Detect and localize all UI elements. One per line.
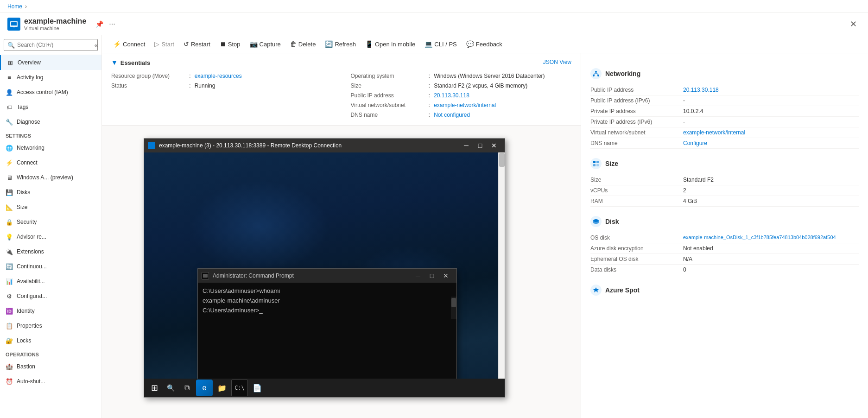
cmd-window[interactable]: Administrator: Command Prompt ─ □ ✕ C:\U… bbox=[197, 268, 457, 397]
sidebar-item-configuration[interactable]: ⚙ Configurat... bbox=[0, 289, 101, 304]
priv-ip-v6-label: Private IP address (IPv6) bbox=[590, 119, 683, 125]
ephemeral-value: N/A bbox=[683, 256, 859, 262]
cmd-minimize-button[interactable]: ─ bbox=[411, 269, 425, 283]
search-input[interactable] bbox=[4, 39, 98, 51]
sidebar-item-security[interactable]: 🔒 Security bbox=[0, 215, 101, 229]
cmd-maximize-button[interactable]: □ bbox=[425, 269, 439, 283]
cli-ps-button[interactable]: 💻 CLI / PS bbox=[421, 38, 460, 50]
sidebar-item-label: Configurat... bbox=[17, 293, 47, 299]
encryption-value: Not enabled bbox=[683, 245, 859, 252]
stop-btn-icon: ⏹ bbox=[220, 40, 226, 48]
taskbar-explorer-button[interactable]: 📁 bbox=[214, 380, 230, 396]
rdp-title: example-machine (3) - 20.113.30.118:3389… bbox=[159, 142, 456, 149]
dns-net-value[interactable]: Configure bbox=[683, 140, 859, 146]
close-button[interactable]: ✕ bbox=[846, 17, 861, 31]
rdp-scrollbar[interactable] bbox=[498, 152, 505, 379]
collapse-icon[interactable]: « bbox=[95, 42, 98, 49]
svg-line-6 bbox=[594, 73, 596, 75]
sidebar-item-activity-log[interactable]: ≡ Activity log bbox=[0, 70, 101, 85]
diagnose-icon: 🔧 bbox=[6, 118, 13, 126]
networking-section-title: Networking bbox=[605, 70, 640, 77]
delete-button[interactable]: 🗑 Delete bbox=[286, 38, 320, 50]
rdp-close-button[interactable]: ✕ bbox=[487, 139, 501, 152]
sidebar-item-identity[interactable]: 🆔 Identity bbox=[0, 304, 101, 318]
sidebar-item-availability[interactable]: 📊 Availabilit... bbox=[0, 274, 101, 289]
sidebar-item-label: Locks bbox=[17, 337, 31, 344]
sidebar-item-auto-shutdown[interactable]: ⏰ Auto-shut... bbox=[0, 374, 101, 389]
priv-ip-value: 10.0.2.4 bbox=[683, 108, 859, 114]
os-disk-value[interactable]: example-machine_OsDisk_1_c3f1b785fea7481… bbox=[683, 234, 859, 241]
sidebar-item-advisor[interactable]: 💡 Advisor re... bbox=[0, 229, 101, 244]
search-icon: 🔍 bbox=[7, 42, 15, 49]
taskbar-ie-button[interactable]: e bbox=[196, 380, 213, 396]
priv-ip-v6-value: - bbox=[683, 119, 859, 125]
rdp-window[interactable]: example-machine (3) - 20.113.30.118:3389… bbox=[144, 138, 505, 398]
json-view-button[interactable]: JSON View bbox=[543, 59, 571, 65]
rg-value[interactable]: example-resources bbox=[195, 73, 242, 79]
capture-button[interactable]: 📷 Capture bbox=[246, 38, 285, 50]
breadcrumb-home[interactable]: Home bbox=[7, 3, 22, 10]
essentials-chevron[interactable]: ▼ bbox=[111, 59, 118, 66]
windows-admin-icon: 🖥 bbox=[6, 174, 13, 181]
vm-name: example-machine bbox=[24, 17, 86, 25]
configuration-icon: ⚙ bbox=[6, 292, 13, 300]
sidebar-item-bastion[interactable]: 🏰 Bastion bbox=[0, 359, 101, 374]
cmd-scrollbar[interactable] bbox=[451, 297, 456, 319]
more-icon[interactable]: ··· bbox=[107, 18, 117, 30]
sidebar-item-windows-admin[interactable]: 🖥 Windows A... (preview) bbox=[0, 170, 101, 185]
security-icon: 🔒 bbox=[6, 218, 13, 226]
sidebar-item-extensions[interactable]: 🔌 Extensions bbox=[0, 244, 101, 259]
connect-icon: ⚡ bbox=[6, 159, 13, 166]
sidebar-item-overview[interactable]: ⊞ Overview bbox=[0, 55, 101, 70]
dns-label: DNS name bbox=[351, 112, 425, 118]
sidebar-item-access-control[interactable]: 👤 Access control (IAM) bbox=[0, 85, 101, 100]
sidebar-item-tags[interactable]: 🏷 Tags bbox=[0, 100, 101, 114]
tags-icon: 🏷 bbox=[6, 103, 13, 111]
sidebar-item-continuous[interactable]: 🔄 Continuou... bbox=[0, 259, 101, 274]
sidebar-item-size[interactable]: 📐 Size bbox=[0, 200, 101, 215]
pub-ip-v6-value: - bbox=[683, 97, 859, 104]
vm-subtitle: Virtual machine bbox=[24, 25, 86, 31]
stop-button[interactable]: ⏹ Stop bbox=[216, 38, 244, 50]
mobile-btn-icon: 📱 bbox=[365, 40, 373, 48]
cmd-close-button[interactable]: ✕ bbox=[439, 269, 453, 283]
rdp-minimize-button[interactable]: ─ bbox=[459, 139, 473, 152]
sidebar-item-disks[interactable]: 💾 Disks bbox=[0, 185, 101, 200]
sidebar-item-locks[interactable]: 🔐 Locks bbox=[0, 333, 101, 348]
vnet-net-value[interactable]: example-network/internal bbox=[683, 129, 859, 136]
svg-rect-8 bbox=[593, 161, 596, 163]
sidebar-item-label: Auto-shut... bbox=[17, 378, 45, 385]
vnet-label: Virtual network/subnet bbox=[351, 102, 425, 108]
auto-shutdown-icon: ⏰ bbox=[6, 378, 13, 385]
sidebar-item-label: Windows A... (preview) bbox=[17, 174, 73, 181]
properties-icon: 📋 bbox=[6, 322, 13, 329]
vnet-value[interactable]: example-network/internal bbox=[434, 102, 496, 108]
pub-ip-value[interactable]: 20.113.30.118 bbox=[683, 87, 859, 93]
settings-section: Settings bbox=[0, 129, 101, 140]
sidebar-item-label: Access control (IAM) bbox=[17, 89, 68, 95]
access-control-icon: 👤 bbox=[6, 89, 13, 96]
open-in-mobile-button[interactable]: 📱 Open in mobile bbox=[361, 38, 419, 50]
sidebar-item-connect[interactable]: ⚡ Connect bbox=[0, 155, 101, 170]
start-button[interactable]: ▷ Start bbox=[151, 38, 177, 50]
continuous-icon: 🔄 bbox=[6, 263, 13, 270]
public-ip-value[interactable]: 20.113.30.118 bbox=[434, 92, 469, 99]
sidebar-item-label: Properties bbox=[17, 323, 42, 329]
pin-icon[interactable]: 📌 bbox=[94, 19, 105, 30]
connect-button[interactable]: ⚡ Connect bbox=[109, 38, 149, 50]
restart-button[interactable]: ↺ Restart bbox=[180, 38, 214, 50]
size-label-ess: Size bbox=[351, 82, 425, 89]
vcpus-value: 2 bbox=[683, 187, 859, 194]
taskbar-file-manager-button[interactable]: 📄 bbox=[249, 380, 266, 396]
sidebar-item-properties[interactable]: 📋 Properties bbox=[0, 318, 101, 333]
refresh-button[interactable]: 🔄 Refresh bbox=[321, 38, 360, 50]
sidebar-item-networking[interactable]: 🌐 Networking bbox=[0, 140, 101, 155]
feedback-button[interactable]: 💬 Feedback bbox=[463, 38, 506, 50]
sidebar-item-diagnose[interactable]: 🔧 Diagnose bbox=[0, 114, 101, 129]
taskbar-terminal-button[interactable]: C:\ bbox=[231, 380, 248, 396]
svg-point-3 bbox=[595, 71, 597, 73]
start-button-taskbar[interactable]: ⊞ bbox=[146, 380, 163, 396]
taskbar-task-view[interactable]: ⧉ bbox=[178, 380, 195, 396]
taskbar-search[interactable]: 🔍 bbox=[164, 381, 177, 395]
rdp-maximize-button[interactable]: □ bbox=[473, 139, 487, 152]
